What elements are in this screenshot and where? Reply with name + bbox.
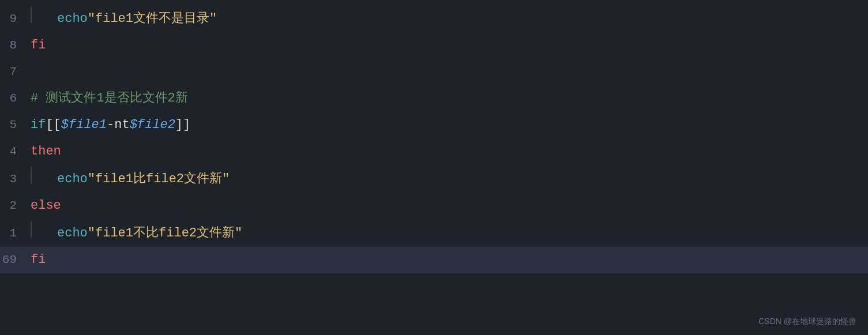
line-number-5: 5: [0, 113, 26, 137]
code-lines: 9 echo "file1文件不是目录" 8 fi 7 6 # 测试文件1是否比…: [0, 0, 868, 278]
line-content-9: echo "file1文件不是目录": [26, 6, 868, 31]
line-number-7: 7: [0, 60, 26, 84]
code-line-6: 6 # 测试文件1是否比文件2新: [0, 85, 868, 112]
string-value-1: "file1不比file2文件新": [88, 221, 242, 246]
string-value: "file1文件不是目录": [88, 7, 217, 31]
indent-bar: [31, 7, 32, 23]
echo-keyword: echo: [57, 7, 88, 31]
code-line-9: 9 echo "file1文件不是目录": [0, 5, 868, 32]
string-value-3: "file1比file2文件新": [88, 167, 230, 191]
line-content-1: echo "file1不比file2文件新": [26, 220, 868, 246]
line-content-6: # 测试文件1是否比文件2新: [26, 86, 868, 111]
bracket-open: [[: [46, 113, 61, 137]
line-number-9: 9: [0, 7, 26, 31]
line-content-4: then: [26, 140, 868, 164]
operator-nt: -nt: [107, 113, 130, 137]
code-line-3: 3 echo "file1比file2文件新": [0, 165, 868, 193]
else-keyword: else: [31, 194, 61, 218]
code-editor: 9 echo "file1文件不是目录" 8 fi 7 6 # 测试文件1是否比…: [0, 0, 868, 335]
line-number-3: 3: [0, 167, 26, 191]
echo-keyword-3: echo: [57, 167, 88, 191]
echo-keyword-1: echo: [57, 221, 88, 246]
code-line-69: 69 fi: [0, 247, 868, 273]
fi-keyword-69: fi: [31, 248, 46, 272]
line-content-5: if [[ $file1 -nt $file2 ]]: [26, 113, 868, 137]
then-keyword: then: [31, 140, 61, 164]
if-keyword: if: [31, 113, 46, 137]
line-number-1: 1: [0, 221, 26, 246]
line-number-69: 69: [0, 248, 26, 272]
code-line-7: 7: [0, 59, 868, 85]
var-file2: $file2: [130, 113, 175, 137]
code-line-1: 1 echo "file1不比file2文件新": [0, 219, 868, 247]
var-file1: $file1: [61, 113, 107, 137]
line-number-8: 8: [0, 33, 26, 58]
code-line-2: 2 else: [0, 193, 868, 219]
line-number-4: 4: [0, 140, 26, 164]
comment: # 测试文件1是否比文件2新: [31, 86, 188, 111]
line-number-6: 6: [0, 86, 26, 111]
bracket-close: ]]: [175, 113, 190, 137]
watermark: CSDN @在地球迷路的怪兽: [758, 317, 856, 327]
line-number-2: 2: [0, 194, 26, 218]
fi-keyword: fi: [31, 33, 46, 58]
indent-bar-1: [31, 221, 32, 238]
line-content-2: else: [26, 194, 868, 218]
indent-bar-3: [31, 167, 32, 183]
code-line-5: 5 if [[ $file1 -nt $file2 ]]: [0, 112, 868, 138]
line-content-3: echo "file1比file2文件新": [26, 166, 868, 191]
code-line-8: 8 fi: [0, 32, 868, 59]
code-line-4: 4 then: [0, 138, 868, 165]
line-content-8: fi: [26, 33, 868, 58]
line-content-69: fi: [26, 248, 868, 272]
